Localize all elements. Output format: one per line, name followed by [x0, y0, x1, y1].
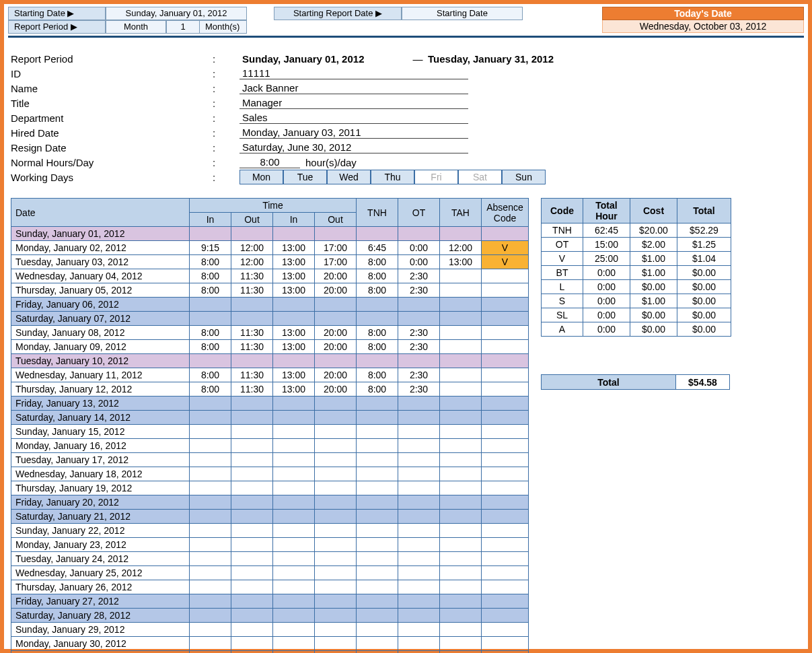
ot-cell[interactable]: [398, 227, 440, 241]
time-out2[interactable]: [315, 397, 357, 411]
tah-cell[interactable]: 12:00: [440, 241, 482, 255]
absence-cell[interactable]: [482, 411, 529, 425]
tah-cell[interactable]: [440, 481, 482, 495]
date-cell[interactable]: Monday, January 02, 2012: [11, 241, 190, 255]
time-in2[interactable]: [273, 566, 315, 580]
tnh-cell[interactable]: 8:00: [357, 382, 398, 397]
tnh-cell[interactable]: [357, 623, 398, 637]
time-in2[interactable]: 13:00: [273, 340, 315, 354]
report-period-qty[interactable]: 1: [166, 20, 200, 34]
time-in1[interactable]: [190, 609, 231, 623]
absence-cell[interactable]: [482, 397, 529, 411]
time-out1[interactable]: [231, 637, 273, 651]
tnh-cell[interactable]: [357, 538, 398, 552]
time-in2[interactable]: [273, 453, 315, 467]
date-cell[interactable]: Sunday, January 22, 2012: [11, 524, 190, 538]
time-in2[interactable]: [273, 651, 315, 654]
tnh-cell[interactable]: [357, 594, 398, 609]
date-cell[interactable]: Monday, January 16, 2012: [11, 439, 190, 453]
time-in1[interactable]: 8:00: [190, 382, 231, 397]
date-cell[interactable]: Thursday, January 12, 2012: [11, 382, 190, 397]
time-out2[interactable]: [315, 495, 357, 510]
date-cell[interactable]: Monday, January 23, 2012: [11, 538, 190, 552]
time-out2[interactable]: [315, 623, 357, 637]
tah-cell[interactable]: [440, 354, 482, 368]
time-out1[interactable]: [231, 552, 273, 566]
date-cell[interactable]: Friday, January 06, 2012: [11, 298, 190, 312]
absence-cell[interactable]: V: [482, 255, 529, 269]
tnh-cell[interactable]: [357, 354, 398, 368]
time-in2[interactable]: 13:00: [273, 326, 315, 340]
info-hired-value[interactable]: Monday, January 03, 2011: [239, 127, 468, 139]
tah-cell[interactable]: [440, 439, 482, 453]
date-cell[interactable]: Monday, January 09, 2012: [11, 340, 190, 354]
ot-cell[interactable]: 2:30: [398, 382, 440, 397]
tnh-cell[interactable]: [357, 467, 398, 481]
time-out2[interactable]: [315, 552, 357, 566]
ot-cell[interactable]: [398, 552, 440, 566]
date-cell[interactable]: Tuesday, January 31, 2012: [11, 651, 190, 654]
date-cell[interactable]: Sunday, January 29, 2012: [11, 623, 190, 637]
time-out1[interactable]: [231, 298, 273, 312]
time-in1[interactable]: 8:00: [190, 368, 231, 382]
ot-cell[interactable]: [398, 580, 440, 594]
time-in1[interactable]: [190, 354, 231, 368]
tnh-cell[interactable]: [357, 439, 398, 453]
info-name-value[interactable]: Jack Banner: [239, 82, 468, 94]
time-in1[interactable]: [190, 651, 231, 654]
time-out1[interactable]: [231, 354, 273, 368]
time-out2[interactable]: [315, 298, 357, 312]
absence-cell[interactable]: [482, 298, 529, 312]
time-in1[interactable]: [190, 637, 231, 651]
time-out2[interactable]: [315, 312, 357, 326]
absence-cell[interactable]: [482, 623, 529, 637]
time-in2[interactable]: 13:00: [273, 241, 315, 255]
time-in2[interactable]: [273, 538, 315, 552]
time-in2[interactable]: [273, 312, 315, 326]
time-out1[interactable]: [231, 453, 273, 467]
time-in2[interactable]: [273, 594, 315, 609]
time-out2[interactable]: 20:00: [315, 340, 357, 354]
tah-cell[interactable]: [440, 269, 482, 283]
time-out1[interactable]: [231, 510, 273, 524]
ot-cell[interactable]: [398, 411, 440, 425]
date-cell[interactable]: Sunday, January 01, 2012: [11, 227, 190, 241]
tah-cell[interactable]: [440, 552, 482, 566]
starting-date-value[interactable]: Sunday, January 01, 2012: [106, 7, 247, 20]
absence-cell[interactable]: [482, 453, 529, 467]
tah-cell[interactable]: [440, 326, 482, 340]
tnh-cell[interactable]: [357, 411, 398, 425]
ot-cell[interactable]: [398, 467, 440, 481]
absence-cell[interactable]: [482, 382, 529, 397]
tah-cell[interactable]: [440, 524, 482, 538]
time-out2[interactable]: [315, 538, 357, 552]
ot-cell[interactable]: [398, 495, 440, 510]
tah-cell[interactable]: [440, 368, 482, 382]
time-in1[interactable]: [190, 538, 231, 552]
absence-cell[interactable]: [482, 609, 529, 623]
time-in1[interactable]: 8:00: [190, 340, 231, 354]
tah-cell[interactable]: [440, 283, 482, 298]
tnh-cell[interactable]: [357, 298, 398, 312]
time-out2[interactable]: [315, 439, 357, 453]
date-cell[interactable]: Tuesday, January 17, 2012: [11, 453, 190, 467]
time-in1[interactable]: 8:00: [190, 269, 231, 283]
tah-cell[interactable]: [440, 580, 482, 594]
date-cell[interactable]: Friday, January 20, 2012: [11, 495, 190, 510]
tnh-cell[interactable]: 6:45: [357, 241, 398, 255]
info-resign-value[interactable]: Saturday, June 30, 2012: [239, 141, 468, 153]
time-in2[interactable]: [273, 411, 315, 425]
time-out1[interactable]: [231, 609, 273, 623]
time-out2[interactable]: [315, 453, 357, 467]
time-in1[interactable]: [190, 227, 231, 241]
time-out2[interactable]: 20:00: [315, 269, 357, 283]
ot-cell[interactable]: 2:30: [398, 340, 440, 354]
time-out2[interactable]: 17:00: [315, 255, 357, 269]
time-in1[interactable]: [190, 411, 231, 425]
time-out2[interactable]: [315, 609, 357, 623]
time-in2[interactable]: [273, 495, 315, 510]
tnh-cell[interactable]: 8:00: [357, 340, 398, 354]
tah-cell[interactable]: [440, 623, 482, 637]
tah-cell[interactable]: [440, 609, 482, 623]
time-in2[interactable]: [273, 397, 315, 411]
